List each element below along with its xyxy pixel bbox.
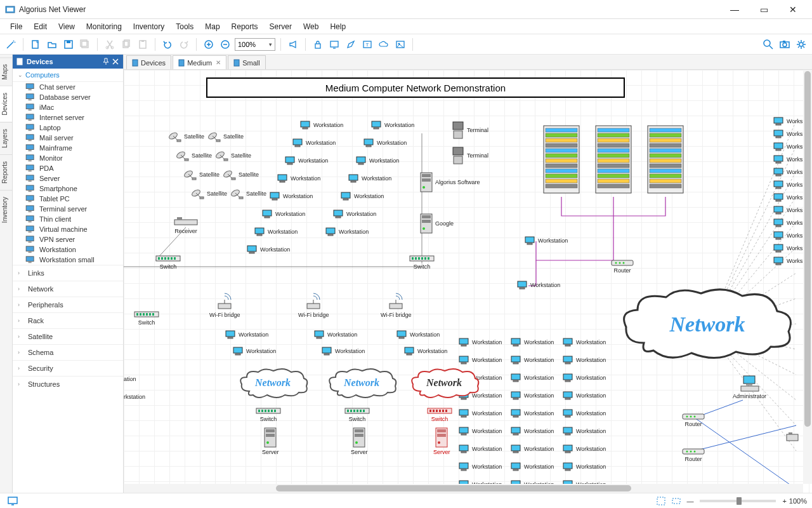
workstation-node[interactable]: Workstation xyxy=(333,210,376,218)
fit-icon[interactable] xyxy=(656,496,666,506)
network-cloud[interactable]: Network xyxy=(327,367,396,401)
doc-tab-medium[interactable]: Medium✕ xyxy=(173,55,226,69)
workstation-node[interactable]: Works xyxy=(773,193,802,202)
network-cloud-large[interactable]: Network xyxy=(619,286,796,362)
rail-tab-layers[interactable]: Layers xyxy=(0,122,12,154)
close-icon[interactable] xyxy=(112,58,119,65)
workstation-node[interactable]: Works xyxy=(773,168,802,177)
workstation-node[interactable]: Workstation xyxy=(511,444,554,453)
rail-tab-reports[interactable]: Reports xyxy=(0,154,12,190)
workstation-node[interactable]: Workstation xyxy=(363,138,407,147)
workstation-node[interactable]: Works xyxy=(773,117,802,126)
workstation-node[interactable]: rkstation xyxy=(124,394,145,400)
cloud-icon[interactable] xyxy=(377,37,391,51)
workstation-node[interactable]: Workstation xyxy=(511,338,554,347)
menu-file[interactable]: File xyxy=(5,20,27,33)
device-virtual-machine[interactable]: Virtual machine xyxy=(13,224,123,234)
workstation-node[interactable]: Works xyxy=(773,231,802,240)
device-workstation[interactable]: Workstation xyxy=(13,244,123,255)
workstation-node[interactable]: Workstation xyxy=(285,156,328,165)
workstation-node[interactable]: Workstation xyxy=(262,210,305,218)
workstation-node[interactable]: Workstation xyxy=(459,427,502,436)
cut-icon[interactable] xyxy=(103,37,117,51)
workstation-node[interactable]: Workstation xyxy=(563,427,606,436)
workstation-node[interactable]: Workstation xyxy=(459,338,502,347)
tree-group-satellite[interactable]: ›Satellite xyxy=(13,328,123,344)
copy-icon[interactable] xyxy=(119,37,133,51)
screen-icon[interactable] xyxy=(327,37,341,51)
paste-icon[interactable] xyxy=(136,37,150,51)
satellite-node[interactable]: Satellite xyxy=(223,169,259,180)
workstation-node[interactable]: Workstation xyxy=(563,409,606,418)
workstation-node[interactable]: Workstation xyxy=(404,347,447,356)
workstation-node[interactable]: Workstation xyxy=(225,330,268,339)
workstation-node[interactable]: Workstation xyxy=(511,462,554,471)
workstation-node[interactable]: Workstation xyxy=(292,138,336,147)
lock-icon[interactable] xyxy=(311,37,325,51)
device-laptop[interactable]: Laptop xyxy=(13,123,123,133)
workstation-node[interactable]: Workstation xyxy=(563,338,606,347)
canvas-vscroll[interactable] xyxy=(803,70,812,484)
workstation-node[interactable]: Workstation xyxy=(459,409,502,418)
tree-group-peripherals[interactable]: ›Peripherals xyxy=(13,297,123,312)
rack-node[interactable] xyxy=(542,124,580,195)
workstation-node[interactable]: Works xyxy=(773,257,802,265)
workstation-node[interactable]: Workstation xyxy=(322,347,365,356)
device-tablet-pc[interactable]: Tablet PC xyxy=(13,194,123,204)
device-chat-server[interactable]: Chat server xyxy=(13,82,123,92)
rack-node[interactable] xyxy=(594,124,632,195)
workstation-node[interactable]: Works xyxy=(773,218,802,227)
terminal-node[interactable]: Terminal xyxy=(451,121,488,140)
undo-icon[interactable] xyxy=(160,37,174,51)
router-node[interactable]: Router xyxy=(682,413,705,427)
server-node[interactable]: Server xyxy=(262,427,279,455)
workstation-node[interactable]: ation xyxy=(124,376,136,382)
workstation-node[interactable]: Workstation xyxy=(525,236,568,245)
switch-node[interactable]: Switch xyxy=(427,406,452,422)
announce-icon[interactable] xyxy=(286,37,300,51)
tree-group-structures[interactable]: ›Structures xyxy=(13,376,123,392)
workstation-node[interactable]: Workstation xyxy=(277,174,320,183)
image-icon[interactable] xyxy=(393,37,407,51)
server-node[interactable]: Algorius Software xyxy=(419,171,480,193)
zoom-combo[interactable]: 100%▾ xyxy=(235,38,275,51)
workstation-node[interactable]: Workstation xyxy=(233,347,276,356)
workstation-node[interactable]: Workstation xyxy=(563,444,606,453)
zoom-in-icon[interactable] xyxy=(202,37,216,51)
terminal-node[interactable]: Terminal xyxy=(451,146,488,165)
network-cloud[interactable]: Network xyxy=(409,367,479,401)
workstation-node[interactable]: Workstation xyxy=(511,373,554,382)
workstation-node[interactable]: Workstation xyxy=(348,174,391,183)
wifi-bridge-node[interactable]: Wi-Fi bridge xyxy=(209,292,240,318)
workstation-node[interactable]: Workstation xyxy=(247,245,290,254)
workstation-node[interactable]: Workstation xyxy=(511,427,554,436)
zoom-out-icon[interactable] xyxy=(218,37,232,51)
monitor-icon[interactable] xyxy=(8,496,18,506)
menu-view[interactable]: View xyxy=(53,20,80,33)
satellite-node[interactable]: Satellite xyxy=(183,169,219,180)
workstation-node[interactable]: Workstation xyxy=(511,409,554,418)
workstation-node[interactable]: Workstation xyxy=(356,156,399,165)
save-all-icon[interactable] xyxy=(78,37,92,51)
workstation-node[interactable]: Works xyxy=(773,155,802,164)
router-node[interactable]: Router xyxy=(682,448,705,462)
save-icon[interactable] xyxy=(62,37,75,51)
map-canvas[interactable]: Medium Computer Network Demonstration Ne… xyxy=(124,70,812,493)
phone-node[interactable] xyxy=(786,432,801,442)
tree-group-network[interactable]: ›Network xyxy=(13,281,123,297)
panel-body[interactable]: ⌄ComputersChat serverDatabase serveriMac… xyxy=(13,69,123,493)
device-thin-client[interactable]: Thin client xyxy=(13,214,123,224)
device-smartphone[interactable]: Smartphone xyxy=(13,184,123,194)
camera-icon[interactable] xyxy=(778,37,792,51)
switch-node[interactable]: Switch xyxy=(134,310,159,326)
workstation-node[interactable]: Workstation xyxy=(314,330,357,339)
device-database-server[interactable]: Database server xyxy=(13,92,123,102)
menu-map[interactable]: Map xyxy=(200,20,225,33)
satellite-node[interactable]: Satellite xyxy=(207,131,244,142)
device-monitor[interactable]: Monitor xyxy=(13,153,123,163)
doc-tab-small[interactable]: Small xyxy=(228,55,266,69)
wifi-bridge-node[interactable]: Wi-Fi bridge xyxy=(381,292,412,318)
tree-group-security[interactable]: ›Security xyxy=(13,360,123,376)
satellite-node[interactable]: Satellite xyxy=(191,188,227,199)
tree-group-computers[interactable]: ⌄Computers xyxy=(13,69,123,82)
